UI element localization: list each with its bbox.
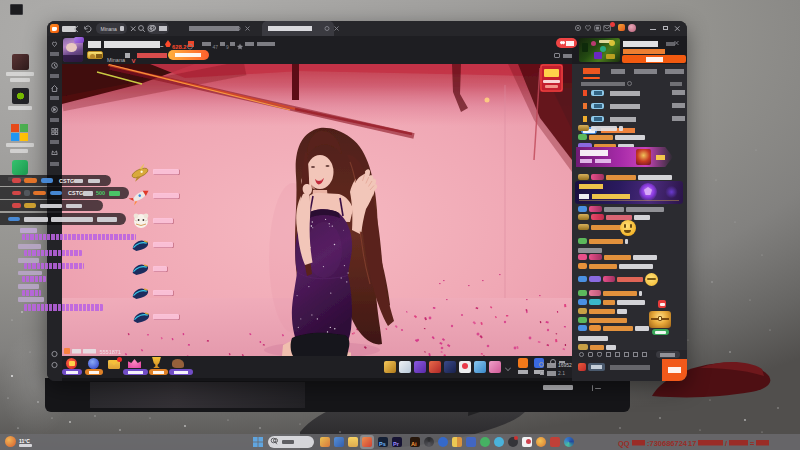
svg-text:5551871: 5551871 — [100, 349, 121, 355]
